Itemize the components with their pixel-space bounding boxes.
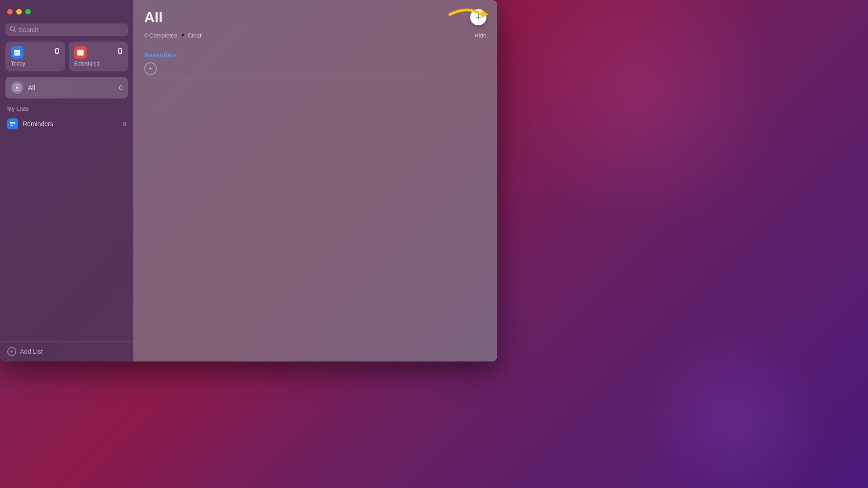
svg-point-15 <box>10 122 11 123</box>
today-icon <box>11 46 24 59</box>
svg-point-16 <box>10 123 11 124</box>
smart-card-today[interactable]: 0 Today <box>5 42 65 71</box>
add-reminder-button[interactable]: + <box>470 9 486 25</box>
search-icon <box>10 26 16 33</box>
reminders-list-label: Reminders <box>23 120 118 127</box>
sidebar: Search 0 Today <box>0 0 133 361</box>
svg-rect-9 <box>81 49 82 51</box>
all-icon <box>11 81 24 94</box>
clear-button[interactable]: Clear <box>188 32 202 39</box>
today-count: 0 <box>54 46 59 56</box>
add-list-label: Add List <box>20 348 43 355</box>
minimize-button[interactable] <box>16 9 22 14</box>
hide-button[interactable]: Hide <box>474 32 486 39</box>
svg-line-1 <box>14 30 15 32</box>
add-list-icon: + <box>7 347 16 356</box>
completed-info: 0 Completed • Clear <box>144 31 202 39</box>
smart-card-scheduled[interactable]: 0 Scheduled <box>69 42 128 71</box>
add-reminder-inline-button[interactable]: + <box>144 62 157 75</box>
all-item[interactable]: All 0 <box>5 77 128 99</box>
reminders-section-title: Reminders <box>144 52 486 59</box>
my-lists-section: My Lists Reminders 0 <box>0 102 133 341</box>
bg-decoration-1 <box>506 0 778 226</box>
close-button[interactable] <box>7 9 13 14</box>
titlebar <box>0 0 133 23</box>
svg-point-11 <box>16 86 19 89</box>
today-label: Today <box>11 61 60 67</box>
reminders-list-icon <box>7 118 18 129</box>
scheduled-count: 0 <box>118 46 123 56</box>
scheduled-label: Scheduled <box>74 61 123 67</box>
my-lists-header: My Lists <box>5 106 128 112</box>
reminders-list-count: 0 <box>123 121 126 127</box>
all-count: 0 <box>119 84 123 91</box>
completed-count-text: 0 Completed <box>144 32 178 39</box>
maximize-button[interactable] <box>25 9 31 14</box>
smart-lists-container: 0 Today 0 Scheduled <box>0 42 133 77</box>
today-card-header: 0 <box>11 46 60 59</box>
svg-rect-5 <box>17 52 18 53</box>
reminders-divider <box>144 79 486 79</box>
svg-rect-4 <box>15 52 16 53</box>
reminders-section: Reminders + <box>133 44 497 79</box>
svg-rect-7 <box>77 50 84 52</box>
list-item-reminders[interactable]: Reminders 0 <box>5 115 128 133</box>
main-header: All + <box>133 0 497 31</box>
app-window: Search 0 Today <box>0 0 497 361</box>
search-bar[interactable]: Search <box>5 23 128 36</box>
svg-rect-3 <box>14 50 20 52</box>
separator: • <box>181 31 184 39</box>
svg-rect-8 <box>79 49 80 51</box>
scheduled-icon <box>74 46 87 59</box>
main-title: All <box>144 9 163 26</box>
add-list-button[interactable]: + Add List <box>0 341 133 361</box>
scheduled-card-header: 0 <box>74 46 123 59</box>
svg-point-17 <box>10 125 11 126</box>
bg-decoration-2 <box>642 330 823 488</box>
all-label: All <box>28 84 114 91</box>
completed-bar: 0 Completed • Clear Hide <box>133 31 497 44</box>
main-content: All + 0 Completed • Clear Hide Reminders… <box>133 0 497 361</box>
search-placeholder: Search <box>19 26 38 33</box>
